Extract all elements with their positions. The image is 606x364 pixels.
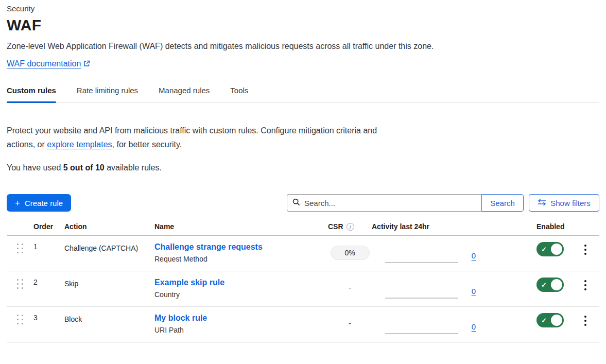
waf-page: Security WAF Zone-level Web Application …	[0, 0, 606, 342]
header-menu-spacer	[572, 222, 599, 231]
create-rule-button[interactable]: + Create rule	[7, 194, 71, 212]
rule-action: Block	[64, 307, 154, 342]
table-row: 3 Block My block rule URI Path - 0 ✓	[7, 307, 599, 342]
table-body: 1 Challenge (CAPTCHA) Challenge strange …	[7, 236, 599, 342]
kebab-menu-icon[interactable]	[581, 279, 590, 306]
rule-match-field: URI Path	[154, 326, 328, 334]
rule-order: 2	[33, 271, 64, 306]
rule-order: 1	[33, 236, 64, 271]
search-group: Search	[287, 194, 524, 212]
toggle-knob	[550, 314, 563, 327]
toggle-knob	[550, 278, 563, 291]
external-link-icon	[83, 60, 90, 69]
rule-action: Skip	[64, 271, 154, 306]
check-icon: ✓	[541, 317, 547, 324]
explore-templates-link[interactable]: explore templates	[47, 140, 112, 149]
search-button[interactable]: Search	[481, 194, 524, 212]
waf-documentation-link[interactable]: WAF documentation	[7, 59, 81, 68]
plus-icon: +	[15, 199, 20, 207]
tab-tools[interactable]: Tools	[230, 86, 248, 102]
tab-rate-limiting-rules[interactable]: Rate limiting rules	[77, 86, 138, 102]
info-icon[interactable]: i	[347, 223, 354, 231]
kebab-menu-icon[interactable]	[581, 315, 590, 342]
rule-action: Challenge (CAPTCHA)	[64, 236, 154, 271]
rule-match-field: Country	[154, 290, 328, 299]
header-order: Order	[33, 222, 64, 231]
rule-order: 3	[33, 307, 64, 342]
rule-name-link[interactable]: Challenge strange requests	[154, 242, 263, 251]
enabled-toggle[interactable]: ✓	[536, 242, 564, 256]
tab-bar: Custom rules Rate limiting rules Managed…	[7, 86, 599, 102]
check-icon: ✓	[541, 246, 547, 253]
header-enabled: Enabled	[494, 222, 572, 231]
search-box	[287, 194, 481, 212]
drag-handle-icon[interactable]	[17, 279, 24, 290]
usage-count: 5 out of 10	[63, 163, 105, 172]
table-row: 1 Challenge (CAPTCHA) Challenge strange …	[7, 236, 599, 271]
tab-managed-rules[interactable]: Managed rules	[159, 86, 210, 102]
header-csr-label: CSR	[328, 222, 343, 231]
intro-text: Protect your website and API from malici…	[7, 124, 388, 151]
activity-count-link[interactable]: 0	[472, 287, 476, 296]
usage-text: You have used 5 out of 10 available rule…	[7, 163, 599, 172]
csr-badge: 0%	[331, 246, 370, 260]
activity-sparkline	[385, 298, 458, 299]
rule-name-link[interactable]: My block rule	[154, 314, 207, 322]
filters-arrows-icon	[538, 199, 546, 207]
check-icon: ✓	[541, 281, 547, 289]
activity-sparkline	[385, 333, 458, 334]
show-filters-label: Show filters	[550, 199, 591, 207]
header-action: Action	[64, 222, 154, 231]
page-description: Zone-level Web Application Firewall (WAF…	[7, 42, 599, 51]
tab-custom-rules[interactable]: Custom rules	[7, 86, 56, 102]
kebab-menu-icon[interactable]	[581, 244, 590, 271]
drag-handle-icon[interactable]	[17, 244, 24, 255]
table-row: 2 Skip Example skip rule Country - 0 ✓	[7, 271, 599, 307]
activity-count-link[interactable]: 0	[472, 322, 476, 331]
activity-sparkline	[385, 262, 458, 263]
toolbar: + Create rule Search Show filters	[7, 194, 599, 212]
csr-value: -	[349, 281, 351, 292]
usage-suffix: available rules.	[105, 163, 162, 172]
create-rule-label: Create rule	[25, 199, 63, 207]
header-handle-spacer	[7, 222, 33, 231]
search-input[interactable]	[304, 199, 476, 207]
activity-count-link[interactable]: 0	[472, 251, 476, 260]
csr-value: -	[349, 317, 351, 327]
toggle-knob	[550, 242, 563, 256]
intro-text-after: , for better security.	[112, 140, 182, 149]
breadcrumb: Security	[7, 4, 599, 13]
enabled-toggle[interactable]: ✓	[536, 278, 564, 292]
enabled-toggle[interactable]: ✓	[536, 313, 564, 327]
header-name: Name	[154, 222, 328, 231]
usage-prefix: You have used	[7, 163, 63, 172]
rules-table: Order Action Name CSRi Activity last 24h…	[7, 222, 599, 342]
rule-name-link[interactable]: Example skip rule	[154, 278, 224, 287]
table-header: Order Action Name CSRi Activity last 24h…	[7, 222, 599, 236]
search-icon	[292, 198, 300, 208]
show-filters-button[interactable]: Show filters	[529, 194, 599, 212]
header-activity: Activity last 24hr	[372, 222, 494, 231]
page-title: WAF	[7, 16, 599, 34]
header-csr: CSRi	[328, 222, 372, 231]
drag-handle-icon[interactable]	[17, 315, 24, 326]
rule-match-field: Request Method	[154, 255, 328, 263]
